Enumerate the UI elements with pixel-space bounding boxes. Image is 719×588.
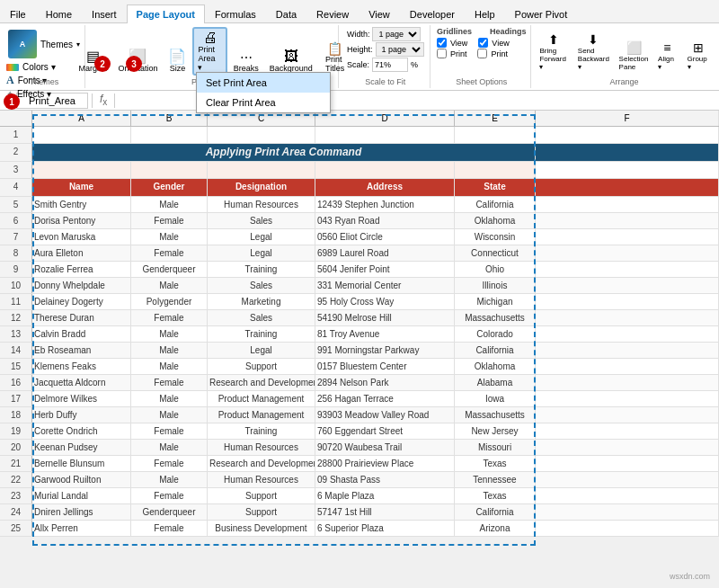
- tab-insert[interactable]: Insert: [82, 4, 127, 23]
- tab-page-layout[interactable]: Page Layout: [127, 4, 205, 23]
- header-designation: Designation: [208, 179, 315, 196]
- header-gender: Gender: [131, 179, 208, 196]
- title-cell: Applying Print Area Command: [32, 144, 536, 161]
- table-row: 22 Garwood Ruilton Male Human Resources …: [0, 472, 719, 488]
- tab-power-pivot[interactable]: Power Pivot: [505, 4, 578, 23]
- badge-2: 2: [94, 56, 111, 72]
- headings-view-check[interactable]: [478, 38, 488, 48]
- data-rows-container: 5 Smith Gentry Male Human Resources 1243…: [0, 197, 719, 537]
- send-backward-button[interactable]: ⬇ SendBackward ▾: [573, 30, 614, 74]
- table-row: 13 Calvin Bradd Male Training 81 Troy Av…: [0, 326, 719, 343]
- set-print-area-item[interactable]: Set Print Area: [197, 73, 330, 93]
- sheet-area: A B C D E F 1 2 Applying Print Area Comm…: [0, 111, 719, 537]
- table-row: 15 Klemens Feaks Male Support 0157 Blues…: [0, 359, 719, 375]
- group-scale-label: Scale to Fit: [341, 77, 430, 86]
- gridlines-view-check[interactable]: [437, 38, 447, 48]
- group-scale-to-fit: Width: 1 page Height: 1 page Scale: %: [341, 25, 431, 88]
- group-arrange: ⬆ BringForward ▾ ⬇ SendBackward ▾ ⬜ Sele…: [533, 25, 715, 88]
- table-row: 4 Name Gender Designation Address State: [0, 179, 719, 197]
- table-row: 2 Applying Print Area Command: [0, 144, 719, 162]
- bring-forward-button[interactable]: ⬆ BringForward ▾: [535, 30, 571, 74]
- table-row: 25 Allx Perren Female Business Developme…: [0, 521, 719, 537]
- watermark: wsxdn.com: [670, 572, 710, 581]
- selection-pane-button[interactable]: ⬜ SelectionPane: [616, 38, 652, 74]
- group-sheet-options: Gridlines Headings View View Print Print…: [432, 25, 531, 88]
- table-row: 21 Bernelle Blunsum Female Research and …: [0, 456, 719, 472]
- group-themes-label: Themes: [4, 77, 84, 86]
- header-address: Address: [315, 179, 455, 196]
- ribbon-tabs: File Home Insert Page Layout Formulas Da…: [0, 0, 719, 23]
- width-select[interactable]: 1 page: [372, 27, 421, 41]
- width-label: Width:: [347, 30, 370, 39]
- formula-divider: [92, 94, 93, 108]
- headings-print-label: Print: [491, 49, 508, 58]
- group-sheet-options-label: Sheet Options: [432, 77, 530, 86]
- col-header-e: E: [455, 111, 536, 126]
- scale-percent: %: [411, 60, 418, 69]
- table-row: 16 Jacquetta Aldcorn Female Research and…: [0, 375, 719, 391]
- tab-view[interactable]: View: [359, 4, 400, 23]
- table-row: 19 Corette Ondrich Female Training 760 E…: [0, 423, 719, 440]
- table-row: 6 Dorisa Pentony Female Sales 043 Ryan R…: [0, 213, 719, 229]
- fx-label: fx: [96, 93, 111, 107]
- table-row: 23 Murial Landal Female Support 6 Maple …: [0, 488, 719, 504]
- group-button[interactable]: ⊞ Group ▾: [683, 38, 714, 74]
- gridlines-view-label: View: [450, 39, 467, 48]
- tab-home[interactable]: Home: [36, 4, 82, 23]
- table-row: 9 Rozalie Ferrea Genderqueer Training 56…: [0, 262, 719, 278]
- tab-formulas[interactable]: Formulas: [205, 4, 266, 23]
- gridlines-header: Gridlines: [437, 27, 472, 36]
- table-row: 10 Donny Whelpdale Male Sales 331 Memori…: [0, 278, 719, 294]
- size-button[interactable]: 📄 Size: [164, 47, 191, 76]
- themes-label: Themes: [40, 40, 73, 49]
- table-row: 7 Levon Maruska Male Legal 0560 Eliot Ci…: [0, 229, 719, 245]
- table-row: 12 Therese Duran Female Sales 54190 Melr…: [0, 310, 719, 326]
- ribbon: File Home Insert Page Layout Formulas Da…: [0, 0, 719, 91]
- table-row: 18 Herb Duffy Male Product Management 93…: [0, 407, 719, 423]
- headings-view-label: View: [492, 39, 509, 48]
- print-area-button[interactable]: 🖨 PrintArea ▾: [192, 27, 226, 76]
- table-row: 14 Eb Roseaman Male Legal 991 Morningsta…: [0, 343, 719, 359]
- badge-3: 3: [126, 56, 142, 72]
- table-row: 20 Keenan Pudsey Male Human Resources 90…: [0, 440, 719, 456]
- table-row: 1: [0, 127, 719, 144]
- formula-bar: 1 fx: [0, 91, 719, 111]
- col-header-d: D: [315, 111, 455, 126]
- col-header-f: F: [536, 111, 719, 126]
- clear-print-area-item[interactable]: Clear Print Area: [197, 93, 330, 112]
- height-label: Height:: [347, 45, 373, 54]
- table-row: 17 Delmore Wilkes Male Product Managemen…: [0, 391, 719, 407]
- tab-help[interactable]: Help: [465, 4, 505, 23]
- header-state: State: [455, 179, 536, 196]
- scale-input[interactable]: [372, 58, 408, 72]
- tab-file[interactable]: File: [0, 4, 36, 23]
- header-name: Name: [32, 179, 131, 196]
- table-row: 5 Smith Gentry Male Human Resources 1243…: [0, 197, 719, 213]
- print-area-dropdown: Set Print Area Clear Print Area: [196, 72, 331, 113]
- group-themes: A Themes ▾ Colors ▾ A Fonts ▾ ✦ Effects …: [4, 25, 85, 88]
- table-row: 8 Aura Elleton Female Legal 6989 Laurel …: [0, 245, 719, 262]
- tab-developer[interactable]: Developer: [400, 4, 465, 23]
- table-row: 11 Delainey Dogerty Polygender Marketing…: [0, 294, 719, 310]
- tab-review[interactable]: Review: [306, 4, 359, 23]
- table-row: 24 Dniren Jellings Genderqueer Support 5…: [0, 504, 719, 521]
- formula-divider-2: [114, 94, 115, 108]
- headings-header: Headings: [490, 27, 527, 36]
- badge-1: 1: [4, 94, 20, 110]
- headings-print-check[interactable]: [477, 49, 487, 58]
- themes-button[interactable]: A Themes ▾: [4, 27, 84, 61]
- align-button[interactable]: ≡ Align ▾: [653, 38, 680, 74]
- ribbon-content: 2 3 4 A Themes ▾ Colors ▾ A Fonts ▾: [0, 23, 719, 90]
- group-arrange-label: Arrange: [533, 77, 715, 86]
- height-select[interactable]: 1 page: [376, 42, 424, 57]
- col-header-a: A: [32, 111, 131, 126]
- tab-data[interactable]: Data: [266, 4, 306, 23]
- scale-label: Scale:: [347, 60, 369, 69]
- table-row: 3: [0, 162, 719, 179]
- colors-button[interactable]: Colors ▾: [4, 61, 58, 73]
- gridlines-print-label: Print: [450, 49, 467, 58]
- gridlines-print-check[interactable]: [437, 49, 447, 58]
